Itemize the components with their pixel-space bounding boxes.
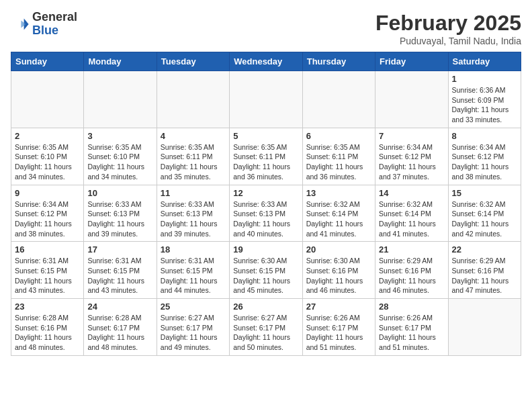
weekday-header-saturday: Saturday xyxy=(448,52,521,71)
calendar-cell: 21Sunrise: 6:29 AM Sunset: 6:16 PM Dayli… xyxy=(375,242,448,299)
day-info: Sunrise: 6:35 AM Sunset: 6:10 PM Dayligh… xyxy=(87,142,152,182)
day-number: 13 xyxy=(306,188,371,198)
calendar-cell: 24Sunrise: 6:28 AM Sunset: 6:17 PM Dayli… xyxy=(84,299,157,356)
calendar-cell: 3Sunrise: 6:35 AM Sunset: 6:10 PM Daylig… xyxy=(84,128,157,185)
calendar-cell: 14Sunrise: 6:32 AM Sunset: 6:14 PM Dayli… xyxy=(375,185,448,242)
calendar-cell: 8Sunrise: 6:34 AM Sunset: 6:12 PM Daylig… xyxy=(448,128,521,185)
calendar-week-3: 9Sunrise: 6:34 AM Sunset: 6:12 PM Daylig… xyxy=(11,185,521,242)
weekday-header-thursday: Thursday xyxy=(302,52,375,71)
logo-icon xyxy=(11,15,30,34)
calendar-cell xyxy=(11,71,84,128)
calendar-cell: 18Sunrise: 6:31 AM Sunset: 6:15 PM Dayli… xyxy=(157,242,229,299)
calendar-cell: 19Sunrise: 6:30 AM Sunset: 6:15 PM Dayli… xyxy=(230,242,302,299)
calendar-week-5: 23Sunrise: 6:28 AM Sunset: 6:16 PM Dayli… xyxy=(11,299,521,356)
day-number: 17 xyxy=(87,244,152,255)
day-info: Sunrise: 6:35 AM Sunset: 6:11 PM Dayligh… xyxy=(161,142,226,182)
calendar-cell: 6Sunrise: 6:35 AM Sunset: 6:11 PM Daylig… xyxy=(302,128,375,185)
day-info: Sunrise: 6:32 AM Sunset: 6:14 PM Dayligh… xyxy=(452,199,517,239)
day-number: 3 xyxy=(87,131,152,141)
calendar-cell: 15Sunrise: 6:32 AM Sunset: 6:14 PM Dayli… xyxy=(448,185,521,242)
day-number: 9 xyxy=(15,188,80,198)
day-info: Sunrise: 6:30 AM Sunset: 6:15 PM Dayligh… xyxy=(233,256,298,295)
day-number: 19 xyxy=(233,244,298,255)
day-number: 26 xyxy=(233,302,298,312)
day-number: 4 xyxy=(161,131,226,141)
day-info: Sunrise: 6:26 AM Sunset: 6:17 PM Dayligh… xyxy=(379,313,444,353)
weekday-header-tuesday: Tuesday xyxy=(157,52,229,71)
day-info: Sunrise: 6:36 AM Sunset: 6:09 PM Dayligh… xyxy=(452,85,517,125)
month-title: February 2025 xyxy=(375,11,521,36)
weekday-header-friday: Friday xyxy=(375,52,448,71)
calendar-cell: 23Sunrise: 6:28 AM Sunset: 6:16 PM Dayli… xyxy=(11,299,84,356)
calendar-cell: 27Sunrise: 6:26 AM Sunset: 6:17 PM Dayli… xyxy=(302,299,375,356)
day-info: Sunrise: 6:26 AM Sunset: 6:17 PM Dayligh… xyxy=(306,313,371,353)
calendar-cell: 4Sunrise: 6:35 AM Sunset: 6:11 PM Daylig… xyxy=(157,128,229,185)
title-block: February 2025 Puduvayal, Tamil Nadu, Ind… xyxy=(375,11,521,46)
calendar-cell: 10Sunrise: 6:33 AM Sunset: 6:13 PM Dayli… xyxy=(84,185,157,242)
weekday-header-monday: Monday xyxy=(84,52,157,71)
day-info: Sunrise: 6:32 AM Sunset: 6:14 PM Dayligh… xyxy=(379,199,444,239)
day-number: 15 xyxy=(452,188,517,198)
day-number: 11 xyxy=(161,188,226,198)
day-number: 28 xyxy=(379,302,444,312)
calendar-cell: 26Sunrise: 6:27 AM Sunset: 6:17 PM Dayli… xyxy=(230,299,302,356)
calendar-cell xyxy=(302,71,375,128)
day-number: 7 xyxy=(379,131,444,141)
day-number: 27 xyxy=(306,302,371,312)
calendar-week-2: 2Sunrise: 6:35 AM Sunset: 6:10 PM Daylig… xyxy=(11,128,521,185)
calendar-cell: 2Sunrise: 6:35 AM Sunset: 6:10 PM Daylig… xyxy=(11,128,84,185)
calendar-cell xyxy=(157,71,229,128)
calendar-week-4: 16Sunrise: 6:31 AM Sunset: 6:15 PM Dayli… xyxy=(11,242,521,299)
calendar-cell: 16Sunrise: 6:31 AM Sunset: 6:15 PM Dayli… xyxy=(11,242,84,299)
day-info: Sunrise: 6:34 AM Sunset: 6:12 PM Dayligh… xyxy=(15,199,80,239)
calendar-cell: 20Sunrise: 6:30 AM Sunset: 6:16 PM Dayli… xyxy=(302,242,375,299)
calendar-cell: 25Sunrise: 6:27 AM Sunset: 6:17 PM Dayli… xyxy=(157,299,229,356)
logo-text: General Blue xyxy=(32,11,77,38)
day-number: 1 xyxy=(452,74,517,84)
day-number: 14 xyxy=(379,188,444,198)
calendar-cell: 13Sunrise: 6:32 AM Sunset: 6:14 PM Dayli… xyxy=(302,185,375,242)
day-number: 16 xyxy=(15,244,80,255)
calendar-table: SundayMondayTuesdayWednesdayThursdayFrid… xyxy=(11,52,521,356)
calendar-cell xyxy=(448,299,521,356)
day-info: Sunrise: 6:35 AM Sunset: 6:10 PM Dayligh… xyxy=(15,142,80,182)
logo-general: General xyxy=(32,10,77,24)
day-info: Sunrise: 6:34 AM Sunset: 6:12 PM Dayligh… xyxy=(452,142,517,182)
calendar-cell: 7Sunrise: 6:34 AM Sunset: 6:12 PM Daylig… xyxy=(375,128,448,185)
day-number: 25 xyxy=(161,302,226,312)
calendar-cell: 12Sunrise: 6:33 AM Sunset: 6:13 PM Dayli… xyxy=(230,185,302,242)
calendar-week-1: 1Sunrise: 6:36 AM Sunset: 6:09 PM Daylig… xyxy=(11,71,521,128)
day-number: 23 xyxy=(15,302,80,312)
calendar-cell xyxy=(375,71,448,128)
logo-blue: Blue xyxy=(32,24,58,37)
calendar-cell: 1Sunrise: 6:36 AM Sunset: 6:09 PM Daylig… xyxy=(448,71,521,128)
day-info: Sunrise: 6:34 AM Sunset: 6:12 PM Dayligh… xyxy=(379,142,444,182)
calendar-cell: 11Sunrise: 6:33 AM Sunset: 6:13 PM Dayli… xyxy=(157,185,229,242)
day-info: Sunrise: 6:33 AM Sunset: 6:13 PM Dayligh… xyxy=(161,199,226,239)
day-info: Sunrise: 6:35 AM Sunset: 6:11 PM Dayligh… xyxy=(306,142,371,182)
day-info: Sunrise: 6:31 AM Sunset: 6:15 PM Dayligh… xyxy=(161,256,226,295)
calendar-cell xyxy=(84,71,157,128)
day-number: 10 xyxy=(87,188,152,198)
day-number: 12 xyxy=(233,188,298,198)
day-number: 5 xyxy=(233,131,298,141)
logo: General Blue xyxy=(11,11,77,38)
day-info: Sunrise: 6:33 AM Sunset: 6:13 PM Dayligh… xyxy=(233,199,298,239)
location-subtitle: Puduvayal, Tamil Nadu, India xyxy=(375,36,521,46)
day-number: 21 xyxy=(379,244,444,255)
day-info: Sunrise: 6:35 AM Sunset: 6:11 PM Dayligh… xyxy=(233,142,298,182)
day-number: 6 xyxy=(306,131,371,141)
day-info: Sunrise: 6:30 AM Sunset: 6:16 PM Dayligh… xyxy=(306,256,371,295)
weekday-header-wednesday: Wednesday xyxy=(230,52,302,71)
day-info: Sunrise: 6:28 AM Sunset: 6:17 PM Dayligh… xyxy=(87,313,152,353)
calendar-cell xyxy=(230,71,302,128)
day-info: Sunrise: 6:31 AM Sunset: 6:15 PM Dayligh… xyxy=(87,256,152,295)
day-info: Sunrise: 6:28 AM Sunset: 6:16 PM Dayligh… xyxy=(15,313,80,353)
day-number: 24 xyxy=(87,302,152,312)
day-number: 18 xyxy=(161,244,226,255)
calendar-cell: 17Sunrise: 6:31 AM Sunset: 6:15 PM Dayli… xyxy=(84,242,157,299)
weekday-header-row: SundayMondayTuesdayWednesdayThursdayFrid… xyxy=(11,52,521,71)
calendar-cell: 9Sunrise: 6:34 AM Sunset: 6:12 PM Daylig… xyxy=(11,185,84,242)
calendar-cell: 28Sunrise: 6:26 AM Sunset: 6:17 PM Dayli… xyxy=(375,299,448,356)
day-number: 22 xyxy=(452,244,517,255)
